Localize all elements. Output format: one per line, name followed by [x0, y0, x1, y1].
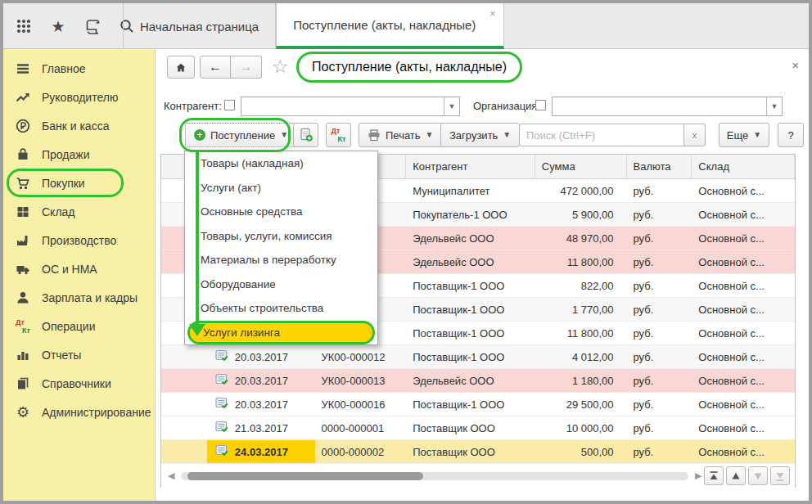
- cell-number[interactable]: 0000-000002: [315, 440, 407, 463]
- search-clear-icon[interactable]: x: [684, 124, 706, 146]
- sidebar-item-directories[interactable]: Справочники: [3, 369, 150, 398]
- cell-warehouse[interactable]: Основной с...: [692, 179, 795, 202]
- sidebar-item-warehouse[interactable]: Склад: [3, 197, 150, 226]
- cell-counterparty[interactable]: Покупатель-1 ООО: [406, 203, 535, 226]
- table-row[interactable]: 20.03.2017УК00-000012Поставщик-1 ООО4 01…: [161, 345, 795, 369]
- sidebar-item-production[interactable]: Производство: [3, 226, 150, 254]
- menu-item-materials-processing[interactable]: Материалы в переработку: [185, 248, 377, 272]
- cell-number[interactable]: УК00-000012: [315, 345, 407, 368]
- cell-amount[interactable]: 10 000,00: [535, 416, 627, 439]
- cell-date[interactable]: 20.03.2017: [207, 345, 315, 368]
- cell-counterparty[interactable]: Муниципалитет: [406, 179, 535, 202]
- menu-item-equipment[interactable]: Оборудование: [185, 272, 377, 297]
- menu-item-leasing-services[interactable]: Услуги лизинга: [187, 321, 375, 345]
- scrollbar-thumb[interactable]: [187, 472, 423, 480]
- table-row[interactable]: 20.03.2017УК00-000016Поставщик-1 ООО29 5…: [161, 393, 795, 416]
- cell-counterparty[interactable]: Поставщик-1 ООО: [406, 345, 535, 368]
- sidebar-item-os-nma[interactable]: ОС и НМА: [3, 254, 150, 283]
- favorites-star-icon[interactable]: ★: [49, 17, 67, 35]
- cell-date[interactable]: 24.03.2017: [207, 440, 315, 463]
- cell-currency[interactable]: руб.: [627, 298, 692, 321]
- column-header-amount[interactable]: Сумма: [535, 155, 627, 178]
- cell-number[interactable]: 0000-000001: [315, 416, 407, 439]
- menu-item-fixed-assets[interactable]: Основные средства: [185, 200, 377, 224]
- tab-close-icon[interactable]: ×: [489, 9, 495, 19]
- scroll-right-icon[interactable]: ▶: [695, 471, 701, 480]
- cell-counterparty[interactable]: Поставщик ООО: [406, 440, 535, 463]
- cell-indent[interactable]: [161, 369, 207, 392]
- organization-combobox-input[interactable]: [553, 97, 766, 115]
- cell-counterparty[interactable]: Поставщик-1 ООО: [406, 322, 535, 344]
- sidebar-item-salary-hr[interactable]: Зарплата и кадры: [3, 283, 150, 312]
- back-button[interactable]: ←: [200, 56, 231, 79]
- cell-currency[interactable]: руб.: [627, 179, 692, 202]
- go-down-button[interactable]: [748, 466, 768, 485]
- cell-warehouse[interactable]: Основной с...: [692, 416, 795, 439]
- sidebar-item-administration[interactable]: ⚙Администрирование: [3, 398, 150, 426]
- cell-currency[interactable]: руб.: [627, 440, 692, 463]
- go-first-button[interactable]: [704, 466, 724, 485]
- cell-amount[interactable]: 5 900,00: [535, 203, 627, 226]
- help-button[interactable]: ?: [778, 123, 804, 147]
- sidebar-item-operations[interactable]: ДтКтОперации: [3, 312, 150, 340]
- tab-receipts[interactable]: Поступление (акты, накладные) ×: [276, 3, 504, 49]
- cell-currency[interactable]: руб.: [627, 416, 692, 439]
- sidebar-item-main[interactable]: Главное: [3, 54, 150, 83]
- cell-currency[interactable]: руб.: [627, 250, 692, 273]
- cell-counterparty[interactable]: Поставщик-1 ООО: [406, 298, 535, 321]
- organization-filter-checkbox[interactable]: [535, 100, 546, 110]
- cell-counterparty[interactable]: Поставщик-1 ООО: [406, 393, 535, 416]
- go-last-button[interactable]: [770, 466, 790, 485]
- counterparty-filter-checkbox[interactable]: [224, 100, 235, 110]
- go-up-button[interactable]: [726, 466, 746, 485]
- cell-indent[interactable]: [161, 416, 207, 439]
- column-header-currency[interactable]: Валюта: [627, 155, 692, 178]
- menu-item-construction-objects[interactable]: Объекты строительства: [185, 296, 377, 321]
- menu-item-goods-invoice[interactable]: Товары (накладная): [185, 151, 377, 176]
- column-header-warehouse[interactable]: Склад: [692, 155, 795, 178]
- table-row[interactable]: 21.03.20170000-000001Поставщик ООО10 000…: [161, 416, 795, 440]
- cell-date[interactable]: 20.03.2017: [207, 393, 315, 416]
- cell-number[interactable]: УК00-000013: [315, 369, 407, 392]
- cell-indent[interactable]: [161, 440, 207, 463]
- home-button[interactable]: [167, 56, 195, 79]
- add-favorite-star-icon[interactable]: ☆: [272, 57, 289, 76]
- sidebar-item-purchases[interactable]: Покупки: [7, 169, 124, 197]
- table-row[interactable]: 24.03.20170000-000002Поставщик ООО500,00…: [161, 440, 795, 464]
- load-button[interactable]: Загрузить ▼: [440, 123, 520, 147]
- cell-warehouse[interactable]: Основной с...: [692, 393, 795, 416]
- cell-currency[interactable]: руб.: [627, 274, 692, 297]
- apps-grid-icon[interactable]: [15, 17, 33, 35]
- cell-warehouse[interactable]: Основной с...: [692, 250, 795, 273]
- menu-item-services-act[interactable]: Услуги (акт): [185, 176, 377, 200]
- cell-warehouse[interactable]: Основной с...: [692, 274, 795, 297]
- close-form-icon[interactable]: ×: [792, 59, 799, 71]
- forward-button[interactable]: →: [231, 56, 262, 79]
- cell-amount[interactable]: 822,00: [535, 274, 627, 297]
- cell-currency[interactable]: руб.: [627, 227, 692, 250]
- menu-item-goods-services-commission[interactable]: Товары, услуги, комиссия: [185, 224, 377, 249]
- tab-home[interactable]: Начальная страница: [123, 3, 276, 49]
- cell-amount[interactable]: 11 800,00: [535, 322, 627, 344]
- cell-amount[interactable]: 1 770,00: [535, 298, 627, 321]
- cell-date[interactable]: 21.03.2017: [207, 416, 315, 439]
- cell-currency[interactable]: руб.: [627, 369, 692, 392]
- more-button[interactable]: Еще ▼: [719, 123, 769, 147]
- cell-date[interactable]: 20.03.2017: [207, 369, 315, 392]
- print-button[interactable]: Печать ▼: [359, 123, 443, 147]
- cell-warehouse[interactable]: Основной с...: [692, 345, 795, 368]
- cell-counterparty[interactable]: Поставщик-1 ООО: [406, 274, 535, 297]
- cell-currency[interactable]: руб.: [627, 393, 692, 416]
- show-postings-dtkt-button[interactable]: ДтКт: [326, 123, 351, 147]
- scroll-left-icon[interactable]: ◀: [168, 471, 174, 480]
- cell-warehouse[interactable]: Основной с...: [692, 203, 795, 226]
- cell-counterparty[interactable]: Эдельвейс ООО: [406, 250, 535, 273]
- counterparty-combobox-input[interactable]: [241, 97, 444, 115]
- cell-amount[interactable]: 48 970,00: [535, 227, 627, 250]
- cell-amount[interactable]: 500,00: [535, 440, 627, 463]
- counterparty-combobox-dropdown-icon[interactable]: ▼: [444, 97, 459, 115]
- sidebar-item-bank-cash[interactable]: Банк и касса: [3, 111, 150, 140]
- scrollbar-track[interactable]: [181, 472, 688, 480]
- column-header-counterparty[interactable]: Контрагент: [406, 155, 535, 178]
- table-row[interactable]: 20.03.2017УК00-000013Эдельвейс ООО1 180,…: [161, 369, 795, 393]
